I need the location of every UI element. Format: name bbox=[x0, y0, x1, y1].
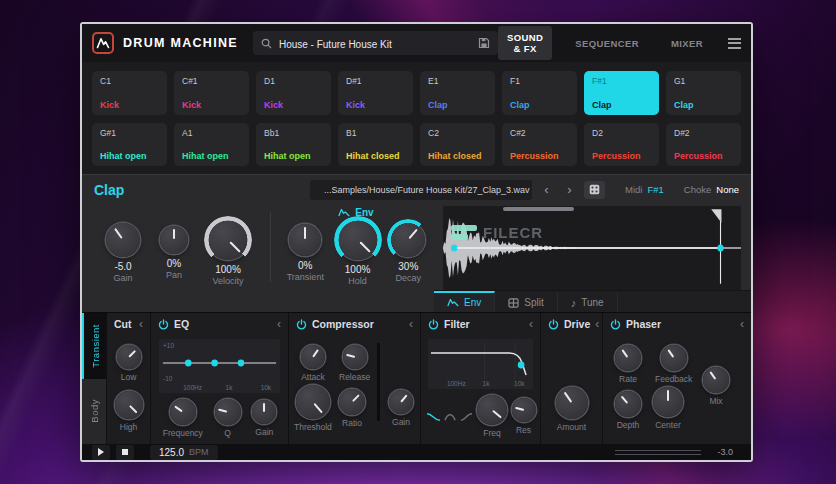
drum-pad-gsharp1[interactable]: G#1Hihat open bbox=[92, 123, 167, 167]
bandpass-icon[interactable] bbox=[444, 411, 457, 422]
eq-gain-knob[interactable]: Gain bbox=[252, 400, 276, 437]
collapse-eq-icon[interactable]: ‹ bbox=[277, 318, 281, 330]
phaser-power-icon[interactable] bbox=[610, 319, 621, 330]
filecr-watermark: FILECR bbox=[451, 224, 543, 241]
compressor-ratio-knob[interactable]: Ratio bbox=[339, 389, 365, 428]
pad-note: C#1 bbox=[182, 76, 241, 86]
filter-res-knob[interactable]: Res bbox=[512, 398, 536, 435]
drum-pad-dsharp2[interactable]: D#2Percussion bbox=[666, 123, 741, 167]
tab-mixer[interactable]: MIXER bbox=[662, 32, 712, 55]
compressor-power-icon[interactable] bbox=[296, 319, 307, 330]
tab-split[interactable]: Split bbox=[495, 291, 557, 312]
pad-sample-name: Clap bbox=[592, 100, 651, 110]
menu-icon[interactable] bbox=[728, 38, 741, 49]
tab-sound-and-fx[interactable]: SOUND & FX bbox=[498, 26, 552, 60]
pad-sample-name: Clap bbox=[510, 100, 569, 110]
drum-pad-c2[interactable]: C2Hihat closed bbox=[420, 123, 495, 167]
eq-frequency-knob[interactable]: Frequency bbox=[163, 399, 203, 438]
eq-power-icon[interactable] bbox=[158, 319, 169, 330]
transport-bar: 125.0 BPM -3.0 bbox=[82, 444, 751, 460]
hold-knob[interactable]: 100% Hold bbox=[338, 220, 378, 286]
collapse-cut-icon[interactable]: ‹ bbox=[139, 318, 143, 330]
drum-pad-g1[interactable]: G1Clap bbox=[666, 71, 741, 115]
highpass-icon[interactable] bbox=[460, 411, 473, 422]
choke-assign: Choke None bbox=[684, 184, 739, 195]
velocity-knob[interactable]: 100% Velocity bbox=[208, 220, 248, 286]
phaser-rate-knob[interactable]: Rate bbox=[615, 345, 641, 384]
compressor-threshold-knob[interactable]: Threshold bbox=[294, 385, 332, 432]
compressor-gain-knob[interactable]: Gain bbox=[389, 390, 413, 427]
phaser-feedback-knob[interactable]: Feedback bbox=[655, 345, 692, 384]
sample-path-field[interactable]: ...Samples/House/Future House Kit/27_Cla… bbox=[310, 180, 532, 200]
drum-pad-e1[interactable]: E1Clap bbox=[420, 71, 495, 115]
pad-note: C2 bbox=[428, 128, 487, 138]
cut-high-knob[interactable]: High bbox=[115, 391, 143, 432]
bpm-field[interactable]: 125.0 BPM bbox=[150, 445, 218, 460]
lowpass-icon[interactable] bbox=[426, 411, 441, 422]
tab-env[interactable]: Env bbox=[434, 291, 495, 312]
envelope-icon bbox=[447, 298, 459, 307]
phaser-depth-knob[interactable]: Depth bbox=[615, 391, 641, 430]
midi-value[interactable]: F#1 bbox=[647, 184, 663, 195]
compressor-attack-knob[interactable]: Attack bbox=[301, 345, 325, 382]
filter-freq-knob[interactable]: Freq bbox=[477, 395, 507, 438]
collapse-compressor-icon[interactable]: ‹ bbox=[409, 318, 413, 330]
pad-sample-name: Kick bbox=[346, 100, 405, 110]
choke-value[interactable]: None bbox=[716, 184, 739, 195]
pad-sample-name: Kick bbox=[182, 100, 241, 110]
next-sample-button[interactable]: › bbox=[561, 180, 578, 200]
tab-tune[interactable]: ♪ Tune bbox=[558, 291, 618, 312]
stop-button[interactable] bbox=[116, 445, 134, 460]
wave-tabs: Env Split ♪ Tune bbox=[434, 290, 751, 312]
save-kit-icon[interactable] bbox=[478, 37, 490, 49]
waveform-scrollbar[interactable] bbox=[503, 207, 575, 211]
phaser-mix-knob[interactable]: Mix bbox=[703, 367, 729, 406]
drum-pad-csharp1[interactable]: C#1Kick bbox=[174, 71, 249, 115]
filter-section: Filter ‹ 100Hz 1k 10k bbox=[420, 313, 540, 444]
filter-power-icon[interactable] bbox=[428, 319, 439, 330]
drive-power-icon[interactable] bbox=[548, 319, 559, 330]
drum-pad-bb1[interactable]: Bb1Hihat open bbox=[256, 123, 331, 167]
sample-controls-row: -5.0 Gain 0% Pan 100% Velocity bbox=[82, 204, 751, 290]
cut-low-knob[interactable]: Low bbox=[117, 345, 141, 382]
filter-display[interactable]: 100Hz 1k 10k bbox=[428, 339, 533, 389]
level-knob-group: -5.0 Gain 0% Pan 100% Velocity bbox=[86, 204, 268, 290]
pad-note: G#1 bbox=[100, 128, 159, 138]
compressor-release-knob[interactable]: Release bbox=[339, 345, 370, 382]
pad-note: G1 bbox=[674, 76, 733, 86]
prev-sample-button[interactable]: ‹ bbox=[538, 180, 555, 200]
kit-search-input[interactable]: House - Future House Kit bbox=[253, 31, 498, 55]
drum-pad-c1[interactable]: C1Kick bbox=[92, 71, 167, 115]
waveform-display[interactable]: FILECR bbox=[443, 206, 741, 290]
play-button[interactable] bbox=[92, 445, 110, 460]
collapse-filter-icon[interactable]: ‹ bbox=[529, 318, 533, 330]
tab-sequencer[interactable]: SEQUENCER bbox=[566, 32, 648, 55]
drum-pad-d2[interactable]: D2Percussion bbox=[584, 123, 659, 167]
tab-transient-layer[interactable]: Transient bbox=[82, 313, 106, 379]
gain-knob[interactable]: -5.0 Gain bbox=[106, 223, 140, 283]
compressor-section: Compressor ‹ Attack Release Threshold Ra… bbox=[288, 313, 420, 444]
drum-pad-b1[interactable]: B1Hihat closed bbox=[338, 123, 413, 167]
drive-amount-knob[interactable]: Amount bbox=[556, 387, 588, 432]
drive-section: Drive ‹ Amount bbox=[540, 313, 602, 444]
eq-display[interactable]: +10 -10 100Hz 1k 10k bbox=[159, 339, 280, 393]
collapse-drive-icon[interactable]: ‹ bbox=[595, 318, 599, 330]
drum-pad-a1[interactable]: A1Hihat open bbox=[174, 123, 249, 167]
transient-knob[interactable]: 0% Transient bbox=[287, 224, 324, 282]
decay-knob[interactable]: 30% Decay bbox=[391, 223, 425, 283]
drum-pad-dsharp1[interactable]: D#1Kick bbox=[338, 71, 413, 115]
drum-pad-d1[interactable]: D1Kick bbox=[256, 71, 331, 115]
pan-knob[interactable]: 0% Pan bbox=[160, 226, 188, 280]
pad-sample-name: Percussion bbox=[510, 151, 569, 161]
output-level-slider[interactable] bbox=[615, 450, 701, 455]
eq-q-knob[interactable]: Q bbox=[215, 399, 241, 438]
random-sample-icon[interactable] bbox=[584, 181, 605, 199]
waveform-svg bbox=[443, 206, 741, 290]
pad-note: D2 bbox=[592, 128, 651, 138]
drum-pad-csharp2[interactable]: C#2Percussion bbox=[502, 123, 577, 167]
collapse-phaser-icon[interactable]: ‹ bbox=[740, 318, 744, 330]
tab-body-layer[interactable]: Body bbox=[82, 379, 106, 445]
drum-pad-f1[interactable]: F1Clap bbox=[502, 71, 577, 115]
drum-pad-fsharp1-selected[interactable]: F#1Clap bbox=[584, 71, 659, 115]
phaser-center-knob[interactable]: Center bbox=[653, 387, 683, 430]
